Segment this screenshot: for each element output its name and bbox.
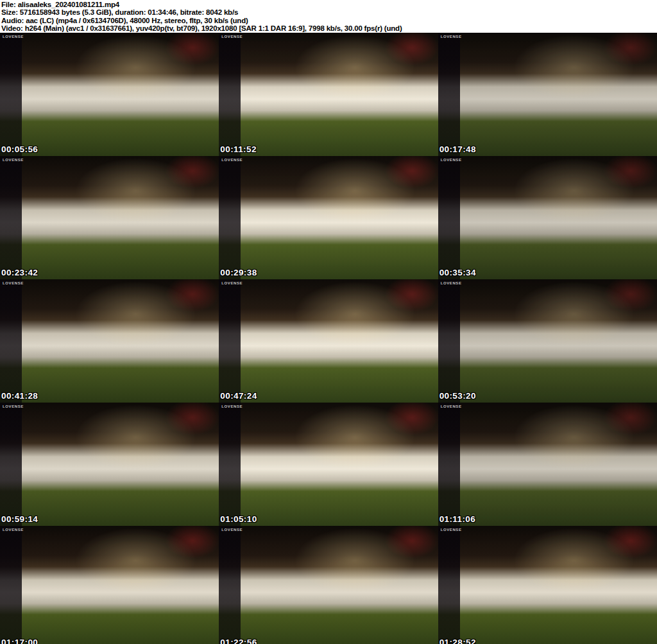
video-thumbnail: LOVENSE 00:53:20	[438, 279, 657, 403]
thumbnail-image-placeholder	[219, 156, 438, 279]
thumbnail-image-placeholder	[438, 403, 657, 526]
chat-overlay-strip	[219, 403, 241, 526]
video-thumbnail: LOVENSE 01:05:10	[219, 403, 438, 526]
lovense-watermark: LOVENSE	[441, 528, 462, 532]
chat-overlay-strip	[438, 403, 460, 526]
thumbnail-image-placeholder	[0, 156, 219, 279]
chat-overlay-strip	[438, 33, 460, 156]
lovense-watermark: LOVENSE	[441, 35, 462, 39]
video-stream-line: Video: h264 (Main) (avc1 / 0x31637661), …	[1, 24, 657, 32]
media-info-header: File: alisaaleks_202401081211.mp4 Size: …	[0, 0, 657, 33]
chat-overlay-strip	[0, 403, 22, 526]
thumbnail-image-placeholder	[0, 33, 219, 156]
lovense-watermark: LOVENSE	[3, 528, 24, 532]
lovense-watermark: LOVENSE	[221, 35, 243, 39]
video-thumbnail: LOVENSE 00:41:28	[0, 279, 219, 403]
timestamp-label: 00:23:42	[1, 268, 38, 277]
lovense-watermark: LOVENSE	[441, 158, 462, 162]
timestamp-label: 00:35:34	[439, 268, 476, 277]
chat-overlay-strip	[219, 279, 241, 403]
lovense-watermark: LOVENSE	[3, 158, 24, 162]
video-thumbnail: LOVENSE 00:29:38	[219, 156, 438, 279]
lovense-watermark: LOVENSE	[221, 158, 243, 162]
chat-overlay-strip	[0, 33, 22, 156]
timestamp-label: 00:11:52	[220, 144, 257, 154]
video-thumbnail: LOVENSE 01:17:00	[0, 526, 219, 644]
video-thumbnail: LOVENSE 00:05:56	[0, 33, 219, 156]
lovense-watermark: LOVENSE	[3, 281, 24, 285]
timestamp-label: 00:29:38	[220, 268, 257, 277]
timestamp-label: 00:41:28	[1, 391, 38, 401]
thumbnail-image-placeholder	[438, 526, 657, 644]
timestamp-label: 00:47:24	[220, 391, 257, 401]
chat-overlay-strip	[0, 156, 22, 279]
chat-overlay-strip	[438, 279, 460, 403]
timestamp-label: 01:17:00	[1, 638, 38, 644]
timestamp-label: 00:17:48	[439, 144, 476, 154]
video-thumbnail: LOVENSE 00:59:14	[0, 403, 219, 526]
thumbnail-image-placeholder	[219, 403, 438, 526]
lovense-watermark: LOVENSE	[441, 281, 462, 285]
timestamp-label: 00:53:20	[439, 391, 476, 401]
timestamp-label: 00:05:56	[1, 144, 38, 154]
chat-overlay-strip	[0, 526, 22, 644]
timestamp-label: 01:11:06	[439, 514, 476, 524]
audio-stream-line: Audio: aac (LC) (mp4a / 0x6134706D), 480…	[1, 17, 657, 24]
chat-overlay-strip	[219, 526, 241, 644]
lovense-watermark: LOVENSE	[221, 528, 243, 532]
thumbnail-grid: LOVENSE 00:05:56 LOVENSE 00:11:52 LOVENS…	[0, 33, 657, 644]
thumbnail-image-placeholder	[0, 279, 219, 403]
video-thumbnail: LOVENSE 00:11:52	[219, 33, 438, 156]
thumbnail-image-placeholder	[219, 279, 438, 403]
timestamp-label: 01:28:52	[439, 638, 476, 644]
chat-overlay-strip	[438, 156, 460, 279]
video-thumbnail: LOVENSE 01:22:56	[219, 526, 438, 644]
video-thumbnail: LOVENSE 00:23:42	[0, 156, 219, 279]
lovense-watermark: LOVENSE	[3, 35, 24, 39]
thumbnail-image-placeholder	[0, 403, 219, 526]
chat-overlay-strip	[219, 156, 241, 279]
file-size-line: Size: 5716158943 bytes (5.3 GiB), durati…	[1, 8, 657, 16]
timestamp-label: 01:05:10	[220, 514, 257, 524]
chat-overlay-strip	[219, 33, 241, 156]
thumbnail-image-placeholder	[219, 526, 438, 644]
video-thumbnail: LOVENSE 00:35:34	[438, 156, 657, 279]
lovense-watermark: LOVENSE	[221, 405, 243, 408]
thumbnail-contact-sheet: File: alisaaleks_202401081211.mp4 Size: …	[0, 0, 657, 644]
timestamp-label: 01:22:56	[220, 638, 257, 644]
video-thumbnail: LOVENSE 01:11:06	[438, 403, 657, 526]
lovense-watermark: LOVENSE	[3, 405, 24, 408]
video-thumbnail: LOVENSE 00:17:48	[438, 33, 657, 156]
thumbnail-image-placeholder	[0, 526, 219, 644]
thumbnail-image-placeholder	[438, 279, 657, 403]
file-name-line: File: alisaaleks_202401081211.mp4	[1, 1, 657, 8]
video-thumbnail: LOVENSE 00:47:24	[219, 279, 438, 403]
chat-overlay-strip	[438, 526, 460, 644]
thumbnail-image-placeholder	[219, 33, 438, 156]
video-thumbnail: LOVENSE 01:28:52	[438, 526, 657, 644]
chat-overlay-strip	[0, 279, 22, 403]
lovense-watermark: LOVENSE	[441, 405, 462, 408]
timestamp-label: 00:59:14	[1, 514, 38, 524]
thumbnail-image-placeholder	[438, 156, 657, 279]
lovense-watermark: LOVENSE	[221, 281, 243, 285]
thumbnail-image-placeholder	[438, 33, 657, 156]
